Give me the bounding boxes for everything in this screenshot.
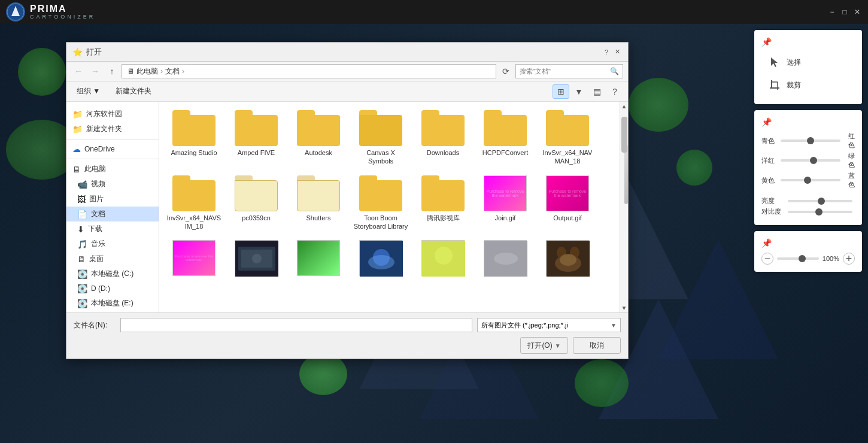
- zoom-in-icon[interactable]: +: [843, 253, 855, 265]
- cloud-icon: ☁: [72, 144, 81, 154]
- minimize-button[interactable]: −: [827, 7, 837, 17]
- sidebar-label-drive-d: D (D:): [91, 284, 110, 293]
- content-area: 📁 河东软件园 📁 新建文件夹 ☁ OneDrive 🖥 此电脑 📹 视频: [66, 102, 628, 312]
- search-box[interactable]: 🔍: [515, 64, 623, 78]
- list-item[interactable]: 腾讯影视库: [413, 172, 473, 235]
- folder-hcpdf-icon: [484, 110, 527, 146]
- list-item[interactable]: [226, 236, 286, 282]
- list-item[interactable]: Canvas X Symbols: [351, 107, 411, 169]
- list-item[interactable]: Downloads: [413, 107, 473, 169]
- scroll-up-arrow[interactable]: ▲: [621, 103, 627, 110]
- sidebar-item-desktop[interactable]: 🖥 桌面: [66, 251, 159, 266]
- dialog-close-btn[interactable]: ✕: [612, 47, 622, 57]
- crop-tool-btn[interactable]: 裁剪: [761, 74, 855, 96]
- vertical-scrollbar[interactable]: ▲ ▼: [620, 102, 628, 312]
- help-button[interactable]: ?: [606, 84, 623, 99]
- list-item[interactable]: Amped FIVE: [226, 107, 286, 169]
- dropdown-view-button[interactable]: ▼: [570, 84, 587, 99]
- list-item[interactable]: InvSvr_x64_NAVMAN_18: [538, 107, 597, 169]
- list-item[interactable]: InvSvr_x64_NAVSIM_18: [164, 172, 224, 235]
- cyan-label: 青色: [761, 136, 778, 145]
- sidebar-item-downloads[interactable]: ⬇ 下载: [66, 222, 159, 236]
- svg-point-20: [368, 255, 394, 269]
- folder-pc0359-icon: [235, 175, 278, 211]
- list-item[interactable]: [475, 236, 535, 282]
- close-button[interactable]: ✕: [852, 7, 862, 17]
- sidebar-item-documents[interactable]: 📄 文档: [66, 207, 159, 222]
- thumb-3: [297, 240, 340, 276]
- list-item[interactable]: Purchase to remove the watermark Join.gi…: [475, 172, 535, 235]
- drive-e-icon: 💽: [77, 299, 87, 308]
- scroll-track: [621, 111, 627, 304]
- cyan-track[interactable]: [781, 139, 840, 142]
- list-item[interactable]: [289, 236, 348, 282]
- sidebar-item-drive-e[interactable]: 💽 本地磁盘 (E:): [66, 296, 159, 311]
- list-item[interactable]: Amazing Studio: [164, 107, 224, 169]
- zoom-out-icon[interactable]: −: [761, 253, 773, 265]
- svg-point-29: [560, 254, 576, 266]
- new-folder-button[interactable]: 新建文件夹: [110, 84, 157, 99]
- sidebar-item-drive-d[interactable]: 💽 D (D:): [66, 281, 159, 296]
- refresh-button[interactable]: ⟳: [499, 64, 513, 78]
- dialog-help-btn[interactable]: ?: [602, 47, 611, 57]
- cancel-button[interactable]: 取消: [573, 337, 621, 354]
- select-tool-btn[interactable]: 选择: [761, 51, 855, 73]
- list-item[interactable]: Autodesk: [289, 107, 348, 169]
- sidebar-label-desktop: 桌面: [89, 254, 104, 264]
- desktop-icon: 🖥: [77, 254, 86, 264]
- grid-view-button[interactable]: ⊞: [553, 84, 569, 99]
- list-item[interactable]: Purchase to remove the watermark: [164, 236, 224, 282]
- list-item[interactable]: [413, 236, 473, 282]
- list-item[interactable]: HCPDFConvert: [475, 107, 535, 169]
- file-name-invsvr1: InvSvr_x64_NAVMAN_18: [540, 148, 595, 166]
- sidebar-label-pictures: 图片: [89, 194, 104, 204]
- sidebar-item-thispc[interactable]: 🖥 此电脑: [66, 162, 159, 177]
- filename-input[interactable]: [120, 318, 472, 332]
- back-button[interactable]: ←: [71, 64, 86, 78]
- sidebar-item-drive-c[interactable]: 💽 本地磁盘 (C:): [66, 266, 159, 281]
- scroll-thumb[interactable]: [621, 117, 627, 153]
- filetype-select[interactable]: 所有图片文件 (*.jpeg;*.png;*.ji ▼: [477, 318, 621, 332]
- list-item[interactable]: [538, 236, 597, 282]
- brightness-track[interactable]: [788, 200, 852, 202]
- magenta-track[interactable]: [781, 159, 840, 162]
- sidebar-item-newfolder[interactable]: 📁 新建文件夹: [66, 122, 159, 136]
- file-name-hcpdf: HCPDFConvert: [482, 148, 528, 157]
- list-item[interactable]: pc0359cn: [226, 172, 286, 235]
- thumb-2: [235, 240, 278, 276]
- sidebar-label-downloads: 下载: [88, 224, 102, 234]
- list-item[interactable]: [351, 236, 411, 282]
- logo-icon: [6, 2, 25, 22]
- file-name-output: Output.gif: [553, 214, 582, 222]
- svg-point-22: [435, 247, 453, 265]
- up-button[interactable]: ↑: [105, 64, 119, 78]
- bg-blob-4: [676, 150, 712, 186]
- sidebar-item-video[interactable]: 📹 视频: [66, 177, 159, 192]
- forward-button[interactable]: →: [88, 64, 102, 78]
- detail-view-button[interactable]: ▤: [588, 84, 605, 99]
- list-item[interactable]: Shutters: [289, 172, 348, 235]
- list-item[interactable]: Toon Boom Storyboard Library: [351, 172, 411, 235]
- list-item[interactable]: Purchase to remove the watermark Output.…: [538, 172, 597, 235]
- sidebar-item-music[interactable]: 🎵 音乐: [66, 236, 159, 251]
- pictures-icon: 🖼: [77, 195, 86, 204]
- folder-autodesk-icon: [297, 110, 340, 146]
- yellow-track[interactable]: [781, 179, 840, 181]
- main-window-controls[interactable]: − □ ✕: [827, 7, 862, 17]
- zoom-card: 📌 − 100% +: [754, 231, 862, 272]
- organize-button[interactable]: 组织 ▼: [71, 84, 105, 99]
- contrast-track[interactable]: [788, 211, 852, 213]
- dialog-window-controls[interactable]: ? ✕: [602, 47, 622, 57]
- zoom-track[interactable]: [777, 257, 819, 260]
- tools-card: 📌 选择 裁剪: [754, 30, 862, 104]
- drive-d-icon: 💽: [77, 284, 87, 293]
- scroll-down-arrow[interactable]: ▼: [621, 305, 627, 311]
- search-input[interactable]: [520, 68, 608, 75]
- open-button[interactable]: 打开(O) ▼: [520, 337, 568, 354]
- address-path[interactable]: 🖥 此电脑 › 文档 ›: [122, 64, 496, 78]
- documents-icon: 📄: [77, 210, 87, 219]
- sidebar-item-hedong[interactable]: 📁 河东软件园: [66, 107, 159, 122]
- sidebar-item-onedrive[interactable]: ☁ OneDrive: [66, 142, 159, 156]
- sidebar-item-pictures[interactable]: 🖼 图片: [66, 192, 159, 207]
- maximize-button[interactable]: □: [840, 7, 849, 17]
